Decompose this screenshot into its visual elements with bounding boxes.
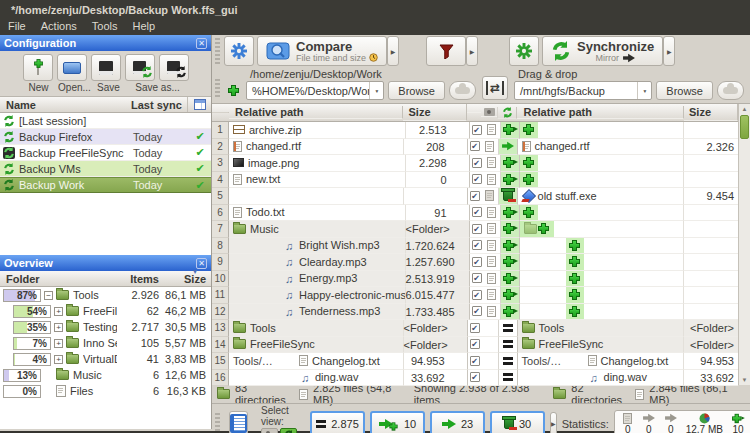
row-number[interactable]: 13: [212, 320, 229, 337]
overview-row-inno-setup[interactable]: 7% + Inno Setup 105 5,57 MB: [0, 335, 211, 351]
column-last-sync[interactable]: Last sync: [131, 99, 187, 111]
include-checkbox[interactable]: [468, 139, 482, 156]
config-row-backup-vms[interactable]: Backup VMs Today: [0, 161, 211, 177]
row-number[interactable]: 16: [212, 370, 229, 387]
column-items[interactable]: Items: [117, 273, 159, 285]
new-config-button[interactable]: [23, 54, 53, 81]
scrollbar-thumb[interactable]: [740, 115, 749, 139]
action-create-right[interactable]: [500, 221, 520, 238]
include-checkbox[interactable]: [470, 172, 484, 189]
file-row[interactable]: 15 Tools/…Changelog.txt 94.953 Tools/…Ch…: [212, 353, 738, 370]
include-checkbox[interactable]: [468, 188, 482, 205]
view-filter-update-right-button[interactable]: 23: [430, 411, 485, 433]
row-number[interactable]: 4: [212, 172, 229, 189]
menu-tools[interactable]: Tools: [92, 20, 118, 35]
chevron-down-icon[interactable]: [369, 82, 383, 99]
scroll-up-icon[interactable]: ▲: [739, 104, 750, 114]
row-number[interactable]: 14: [212, 337, 229, 354]
row-number[interactable]: 9: [212, 254, 229, 271]
overview-row-freefilesync[interactable]: 54% + FreeFileSync 62 46,2 MB: [0, 303, 211, 319]
collapse-icon[interactable]: −: [44, 291, 53, 300]
overview-row-testing[interactable]: 35% + Testing 2.717 30,5 MB: [0, 319, 211, 335]
include-checkbox[interactable]: [468, 353, 482, 370]
overview-row-files[interactable]: 0% Files 6 16,3 KB: [0, 383, 211, 399]
row-number[interactable]: 3: [212, 155, 229, 172]
action-create-right[interactable]: [500, 122, 520, 139]
expand-icon[interactable]: +: [54, 307, 63, 316]
open-log-button[interactable]: [229, 411, 248, 433]
include-checkbox[interactable]: [470, 238, 484, 255]
right-column-relative-path[interactable]: Relative path: [517, 106, 684, 119]
row-number[interactable]: 2: [212, 139, 229, 156]
left-column-size[interactable]: Size: [403, 104, 467, 121]
expand-icon[interactable]: +: [54, 323, 63, 332]
overview-row-tools[interactable]: 87% − Tools 2.926 86,1 MB: [0, 287, 211, 303]
row-number[interactable]: 7: [212, 221, 229, 238]
include-checkbox[interactable]: [468, 320, 482, 337]
overview-row-virtualdub[interactable]: 4% + VirtualDub 41 3,83 MB: [0, 351, 211, 367]
include-checkbox[interactable]: [470, 304, 484, 321]
left-cloud-button[interactable]: [449, 81, 476, 100]
menu-actions[interactable]: Actions: [41, 20, 77, 35]
action-equal[interactable]: [498, 320, 518, 337]
expand-icon[interactable]: +: [54, 355, 63, 364]
file-row[interactable]: 10 Energy.mp3 2.513.919: [212, 271, 738, 288]
compare-dropdown-button[interactable]: [387, 36, 399, 66]
vertical-scrollbar[interactable]: ▲ ▼: [738, 104, 750, 385]
file-row[interactable]: 5 old stuff.exe 9.454: [212, 188, 738, 205]
include-checkbox[interactable]: [470, 271, 484, 288]
toolbar-grip[interactable]: [215, 38, 220, 64]
action-update-right[interactable]: [498, 139, 518, 156]
action-create-right[interactable]: [500, 287, 520, 304]
menu-help[interactable]: Help: [133, 20, 156, 35]
config-row-last-session[interactable]: [Last session]: [0, 113, 211, 129]
scroll-down-icon[interactable]: ▼: [739, 375, 750, 385]
add-folder-pair-button[interactable]: [224, 81, 242, 99]
row-number[interactable]: 5: [212, 188, 229, 205]
action-create-right[interactable]: [500, 205, 520, 222]
action-create-right[interactable]: [500, 238, 520, 255]
config-row-backup-work-selected[interactable]: Backup Work Today: [0, 177, 211, 193]
folder-row-grip[interactable]: [215, 79, 220, 99]
folder-row[interactable]: 7 Music <Folder>: [212, 221, 738, 238]
action-create-right[interactable]: [500, 254, 520, 271]
filter-button[interactable]: [426, 36, 466, 66]
action-create-right[interactable]: [500, 271, 520, 288]
file-row[interactable]: 3 image.png 2.298: [212, 155, 738, 172]
include-checkbox[interactable]: [470, 155, 484, 172]
config-row-backup-freefilesync[interactable]: Backup FreeFileSync Today: [0, 145, 211, 161]
checkbox-column-header[interactable]: [467, 112, 481, 113]
include-checkbox[interactable]: [470, 122, 484, 139]
save-as-config-button[interactable]: [125, 54, 155, 81]
action-equal[interactable]: [498, 337, 518, 354]
column-settings-button[interactable]: [187, 97, 211, 112]
include-checkbox[interactable]: [470, 221, 484, 238]
close-icon[interactable]: [196, 258, 207, 269]
row-number[interactable]: 15: [212, 353, 229, 370]
action-column-header[interactable]: [497, 107, 517, 119]
left-browse-button[interactable]: Browse: [388, 81, 445, 100]
folder-row[interactable]: 14 FreeFileSync <Folder> FreeFileSync <F…: [212, 337, 738, 354]
include-checkbox[interactable]: [468, 370, 482, 387]
close-icon[interactable]: [196, 38, 207, 49]
folder-row[interactable]: 13 Tools <Folder> Tools <Folder>: [212, 320, 738, 337]
save-config-button[interactable]: [91, 54, 121, 81]
file-row[interactable]: 6 Todo.txt 91: [212, 205, 738, 222]
column-folder[interactable]: Folder: [0, 273, 117, 285]
menu-file[interactable]: File: [8, 20, 26, 35]
file-row[interactable]: 16 ding.wav 33.692 ding.wav 33.692: [212, 370, 738, 387]
compare-button[interactable]: Compare File time and size: [257, 36, 387, 66]
action-delete-right[interactable]: [498, 188, 518, 205]
row-number[interactable]: 1: [212, 122, 229, 139]
swap-sides-button[interactable]: ⇄: [482, 76, 508, 100]
comparison-settings-button[interactable]: [224, 36, 254, 66]
synchronize-dropdown-button[interactable]: [663, 36, 675, 66]
action-view-toggle[interactable]: [280, 428, 297, 433]
sync-settings-button[interactable]: [509, 36, 539, 66]
view-filter-create-right-button[interactable]: 10: [370, 411, 425, 433]
views-dropdown-button[interactable]: [550, 412, 557, 433]
right-cloud-button[interactable]: [717, 81, 744, 100]
view-filter-delete-right-button[interactable]: 30: [490, 411, 545, 433]
file-row[interactable]: 11 Happy-electronic-music... 6.015.477: [212, 287, 738, 304]
category-view-toggle[interactable]: [261, 428, 278, 433]
